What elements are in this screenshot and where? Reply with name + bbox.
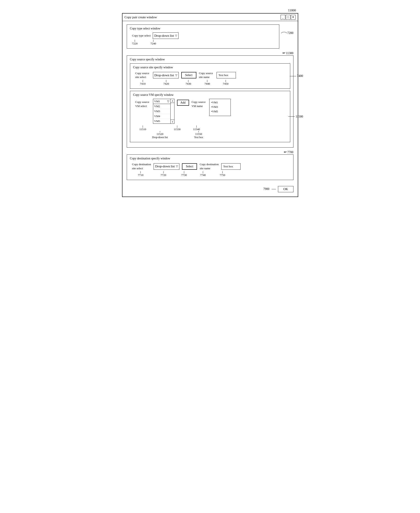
vm-name-value-1: •VM1 — [211, 100, 229, 105]
add-button-col: Add — [177, 100, 189, 106]
vm-select-label: Copy sourceVM select — [135, 100, 150, 108]
ref-11520: 11520 — [156, 132, 163, 136]
copy-type-window-title: Copy type select window — [130, 27, 276, 30]
ref-11000: 11000 — [288, 9, 296, 12]
ref-7410: 7410 — [140, 82, 146, 86]
copy-dest-site-select-label: Copy destinationsite select — [132, 162, 151, 170]
main-window: Copy pair create window _ □ ✕ Copy type … — [122, 13, 298, 197]
copy-type-dropdown-label: Drop-down list — [154, 34, 174, 37]
copy-source-site-dropdown-label: Drop-down list — [154, 74, 174, 77]
copy-type-dropdown-ref: 7240 — [150, 42, 156, 45]
copy-source-outer-window: Copy source specify window Copy source s… — [127, 55, 293, 148]
copy-dest-site-name-label: Copy destinationsite name — [200, 162, 218, 170]
main-window-title: Copy pair create window — [125, 15, 157, 19]
vm-list-header[interactable]: VM1 ▽ — [153, 99, 170, 104]
copy-dest-select-button[interactable]: Select — [182, 163, 197, 170]
scroll-down-btn[interactable]: ∨ — [171, 120, 174, 124]
ref-7450: 7450 — [223, 82, 229, 86]
dropdown-label-annot: Drop-down list — [152, 136, 168, 139]
vm-name-value-2: •VM3 — [211, 105, 229, 109]
ref-7430: 7430 — [186, 82, 191, 86]
ref-7740: 7740 — [200, 173, 206, 177]
copy-dest-window: Copy destination specify window Copy des… — [127, 155, 293, 180]
copy-type-select-label: Copy type select — [132, 34, 151, 37]
vm-scrollbar: ∧ ∨ — [170, 99, 174, 124]
copy-source-vm-title: Copy source VM specify window — [133, 93, 287, 97]
copy-source-site-select-button[interactable]: Select — [181, 72, 196, 78]
ref-7700-label: 7700 — [287, 151, 293, 154]
copy-source-site-textbox-label: Text box — [218, 74, 228, 77]
ok-button[interactable]: OK — [278, 186, 293, 192]
copy-dest-dropdown-arrow: ▽ — [176, 165, 178, 168]
vm-list-dropdown-arrow: ▽ — [167, 100, 169, 103]
ref-7730: 7730 — [181, 173, 187, 177]
vm-item[interactable]: VM3 — [153, 109, 170, 114]
ref-11300-curve: ⮨ — [283, 52, 285, 55]
ref-7900-label: 7900 — [263, 187, 270, 191]
vm-name-textbox[interactable]: •VM1 •VM3 •VM5 — [209, 99, 231, 116]
ref-11500-label: 11500 — [296, 115, 303, 118]
scroll-up-btn[interactable]: ∧ — [171, 99, 174, 103]
ref-7200-line — [281, 31, 287, 35]
top-ref-label: 11000 — [122, 9, 298, 12]
vm-list-top-item: VM1 — [154, 100, 160, 103]
ref-11510: 11510 — [139, 128, 146, 131]
ref-7750: 7750 — [220, 173, 225, 177]
add-button[interactable]: Add — [177, 100, 189, 106]
window-controls: _ □ ✕ — [281, 15, 296, 20]
ok-row: 7900 OK — [127, 186, 293, 192]
copy-source-site-dropdown-arrow: ▽ — [175, 74, 177, 77]
vm-list-items: VM1 ▽ VM2 VM3 VM4 VM5 — [153, 99, 170, 124]
ref-11500-container: 11500 — [288, 115, 303, 118]
vm-name-label: Copy sourceVM name — [192, 100, 207, 108]
main-window-titlebar: Copy pair create window _ □ ✕ — [122, 14, 298, 21]
ref-11550: 11550 — [195, 132, 202, 136]
copy-type-dropdown-arrow: ▽ — [175, 34, 177, 37]
close-button[interactable]: ✕ — [291, 15, 296, 20]
copy-source-site-select-label: Copy sourcesite select — [135, 71, 150, 79]
copy-source-site-window: Copy source site specify window Copy sou… — [130, 63, 290, 89]
copy-source-site-textbox[interactable]: Text box — [217, 72, 236, 78]
copy-type-label-ref: 7220 — [132, 42, 138, 45]
vm-item[interactable]: VM5 — [153, 119, 170, 124]
minimize-button[interactable]: _ — [281, 15, 285, 20]
copy-dest-textbox-label: Text box — [223, 165, 233, 168]
restore-button[interactable]: □ — [286, 15, 291, 20]
ref-7400-label: 7400 — [297, 74, 303, 78]
copy-dest-dropdown-label: Drop-down list — [155, 164, 175, 168]
ref-11300-label: 11300 — [286, 52, 293, 55]
copy-dest-dropdown[interactable]: Drop-down list ▽ — [154, 163, 179, 170]
vm-listbox[interactable]: VM1 ▽ VM2 VM3 VM4 VM5 — [153, 99, 174, 124]
vm-name-value-3: •VM5 — [211, 109, 229, 114]
copy-type-window: Copy type select window Copy type select… — [127, 24, 279, 49]
ref-7710: 7710 — [138, 173, 143, 177]
copy-dest-textbox[interactable]: Text box — [221, 163, 241, 170]
page-wrapper: 11000 Copy pair create window _ □ ✕ Copy… — [122, 9, 298, 197]
vm-item[interactable]: VM4 — [153, 114, 170, 119]
ref-7200-label: 7200 — [287, 31, 293, 35]
ref-7720: 7720 — [161, 173, 166, 177]
copy-source-site-title: Copy source site specify window — [133, 66, 287, 69]
ref-7700-curve: ⮨ — [284, 151, 287, 154]
copy-source-site-dropdown[interactable]: Drop-down list ▽ — [153, 72, 179, 78]
ref-11530: 11530 — [173, 128, 180, 131]
ref-7440: 7440 — [204, 82, 210, 86]
copy-type-dropdown[interactable]: Drop-down list ▽ — [153, 32, 179, 39]
ref-7420: 7420 — [164, 82, 169, 86]
copy-dest-title: Copy destination specify window — [130, 157, 290, 160]
vm-item[interactable]: VM2 — [153, 104, 170, 109]
copy-source-site-name-label: Copy sourcesite name — [199, 71, 214, 79]
textbox-label-annot: Text box — [194, 136, 203, 139]
copy-source-outer-title: Copy source specify window — [130, 58, 290, 61]
ref-11540: 11540 — [193, 128, 200, 131]
copy-source-vm-window: Copy source VM specify window Copy sourc… — [130, 91, 290, 142]
main-content: Copy type select window Copy type select… — [122, 21, 298, 197]
